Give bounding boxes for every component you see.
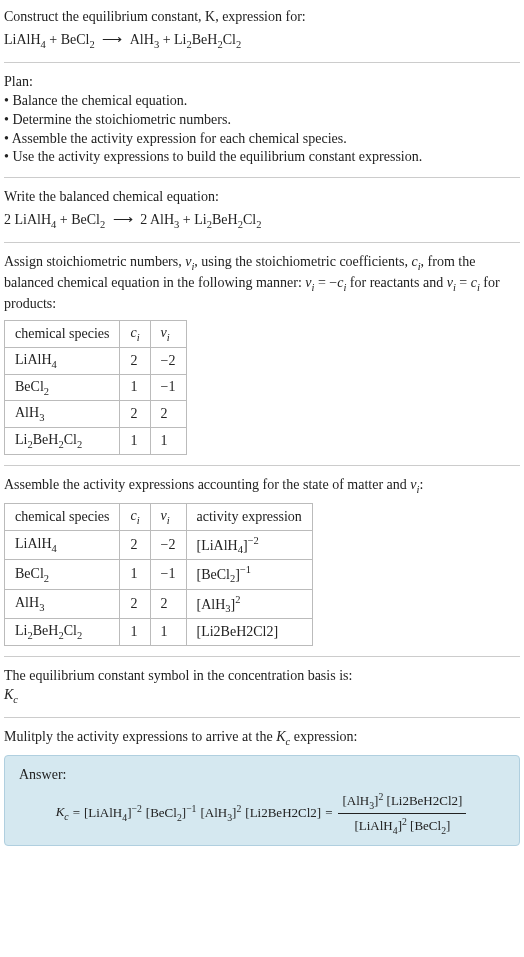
stoich-table: chemical species ci νi LiAlH4 2 −2 BeCl2… xyxy=(4,320,187,455)
stoich-intro: Assign stoichiometric numbers, νi, using… xyxy=(4,253,520,314)
multiply-intro: Mulitply the activity expressions to arr… xyxy=(4,728,520,749)
answer-label: Answer: xyxy=(19,766,505,785)
divider xyxy=(4,62,520,63)
activity-table: chemical species ci νi activity expressi… xyxy=(4,503,313,646)
prompt-title: Construct the equilibrium constant, K, e… xyxy=(4,8,520,27)
prompt-equation: LiAlH4 + BeCl2 ⟶ AlH3 + Li2BeH2Cl2 xyxy=(4,31,520,52)
table-row: LiAlH4 2 −2 [LiAlH4]−2 xyxy=(5,530,313,559)
balanced-section: Write the balanced chemical equation: 2 … xyxy=(4,188,520,232)
table-header: chemical species xyxy=(5,321,120,348)
plan-section: Plan: • Balance the chemical equation. •… xyxy=(4,73,520,167)
divider xyxy=(4,465,520,466)
multiply-section: Mulitply the activity expressions to arr… xyxy=(4,728,520,749)
table-row: Li2BeH2Cl2 1 1 [Li2BeH2Cl2] xyxy=(5,619,313,646)
answer-expression: Kc = [LiAlH4]−2 [BeCl2]−1 [AlH3]2 [Li2Be… xyxy=(19,791,505,836)
table-header: ci xyxy=(120,321,150,348)
divider xyxy=(4,656,520,657)
balanced-title: Write the balanced chemical equation: xyxy=(4,188,520,207)
answer-box: Answer: Kc = [LiAlH4]−2 [BeCl2]−1 [AlH3]… xyxy=(4,755,520,847)
fraction: [AlH3]2 [Li2BeH2Cl2] [LiAlH4]2 [BeCl2] xyxy=(338,791,466,836)
divider xyxy=(4,717,520,718)
table-header-row: chemical species ci νi activity expressi… xyxy=(5,503,313,530)
activity-section: Assemble the activity expressions accoun… xyxy=(4,476,520,646)
stoich-section: Assign stoichiometric numbers, νi, using… xyxy=(4,253,520,455)
plan-bullet: • Balance the chemical equation. xyxy=(4,92,520,111)
table-row: Li2BeH2Cl2 1 1 xyxy=(5,428,187,455)
table-header: chemical species xyxy=(5,503,120,530)
table-header: νi xyxy=(150,321,186,348)
table-header: νi xyxy=(150,503,186,530)
plan-bullet: • Determine the stoichiometric numbers. xyxy=(4,111,520,130)
plan-bullet: • Use the activity expressions to build … xyxy=(4,148,520,167)
table-row: AlH3 2 2 xyxy=(5,401,187,428)
prompt-section: Construct the equilibrium constant, K, e… xyxy=(4,8,520,52)
table-header: activity expression xyxy=(186,503,312,530)
kc-symbol-intro: The equilibrium constant symbol in the c… xyxy=(4,667,520,686)
prompt-title-text: Construct the equilibrium constant, K, e… xyxy=(4,9,306,24)
table-row: LiAlH4 2 −2 xyxy=(5,347,187,374)
table-row: BeCl2 1 −1 xyxy=(5,374,187,401)
balanced-equation: 2 LiAlH4 + BeCl2 ⟶ 2 AlH3 + Li2BeH2Cl2 xyxy=(4,211,520,232)
divider xyxy=(4,242,520,243)
table-header-row: chemical species ci νi xyxy=(5,321,187,348)
plan-bullet: • Assemble the activity expression for e… xyxy=(4,130,520,149)
kc-symbol-section: The equilibrium constant symbol in the c… xyxy=(4,667,520,707)
table-row: AlH3 2 2 [AlH3]2 xyxy=(5,589,313,618)
activity-intro: Assemble the activity expressions accoun… xyxy=(4,476,520,497)
table-row: BeCl2 1 −1 [BeCl2]−1 xyxy=(5,560,313,589)
kc-symbol: Kc xyxy=(4,686,520,707)
divider xyxy=(4,177,520,178)
plan-title: Plan: xyxy=(4,73,520,92)
table-header: ci xyxy=(120,503,150,530)
